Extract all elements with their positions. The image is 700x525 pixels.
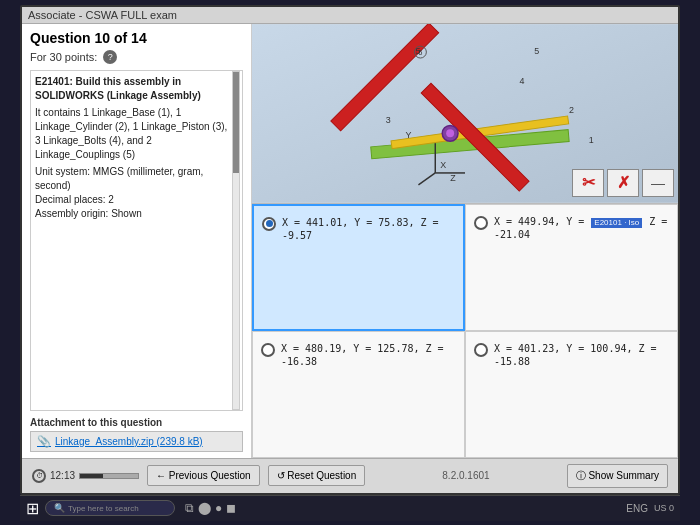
svg-point-20: [446, 129, 454, 137]
search-icon: 🔍: [54, 503, 65, 513]
answer-option-c[interactable]: X = 480.19, Y = 125.78, Z = -16.38: [252, 331, 465, 458]
radio-c[interactable]: [261, 343, 275, 357]
svg-text:1: 1: [589, 135, 594, 145]
windows-btn[interactable]: ⊞: [26, 499, 39, 518]
taskbar-time: US 0: [654, 503, 674, 513]
answer-grid: X = 441.01, Y = 75.83, Z = -9.57 X = 449…: [252, 204, 678, 458]
version-text: 8.2.0.1601: [373, 470, 558, 481]
action-btn-scissors[interactable]: ✂: [572, 169, 604, 197]
question-line-3: Unit system: MMGS (millimeter, gram, sec…: [35, 165, 228, 193]
e-indicator: E20101 · Iso: [591, 218, 642, 228]
chrome-icon[interactable]: ⬤: [198, 501, 211, 515]
radio-d[interactable]: [474, 343, 488, 357]
right-panel: X Y Z: [252, 24, 678, 458]
answer-text-d: X = 401.23, Y = 100.94, Z = -15.88: [494, 342, 669, 368]
time-progress-fill: [80, 474, 103, 478]
question-header: Question 10 of 14: [30, 30, 243, 46]
points-text: For 30 points:: [30, 51, 97, 63]
answer-text-c: X = 480.19, Y = 125.78, Z = -16.38: [281, 342, 456, 368]
paperclip-icon: 📎: [37, 435, 51, 448]
svg-text:Z: Z: [450, 172, 456, 182]
taskbar: ⊞ 🔍 Type here to search ⧉ ⬤ ● ◼ ENG US 0: [20, 495, 680, 521]
radio-a[interactable]: [262, 217, 276, 231]
action-btn-dash[interactable]: —: [642, 169, 674, 197]
task-view-icon[interactable]: ⧉: [185, 501, 194, 515]
attachment-filename[interactable]: Linkage_Assembly.zip (239.8 kB): [55, 436, 203, 447]
question-line-1: E21401: Build this assembly in SOLIDWORK…: [35, 75, 228, 103]
question-line-4: Decimal places: 2: [35, 193, 228, 207]
model-area: X Y Z: [252, 24, 678, 204]
taskbar-lang: ENG: [626, 503, 648, 514]
answer-option-a[interactable]: X = 441.01, Y = 75.83, Z = -9.57: [252, 204, 465, 331]
title-bar: Associate - CSWA FULL exam: [22, 7, 678, 24]
answer-option-b[interactable]: X = 449.94, Y = E20101 · Iso Z = -21.04: [465, 204, 678, 331]
main-content: Question 10 of 14 For 30 points: ? E2140…: [22, 24, 678, 458]
clock-icon: ⏱: [32, 469, 46, 483]
svg-text:5: 5: [534, 46, 539, 56]
reset-question-btn[interactable]: ↺ Reset Question: [268, 465, 366, 486]
taskbar-right: ENG US 0: [626, 503, 674, 514]
attachment-label: Attachment to this question: [30, 417, 243, 428]
search-bar[interactable]: 🔍 Type here to search: [45, 500, 175, 516]
app-icon-1[interactable]: ●: [215, 501, 222, 515]
question-line-5: Assembly origin: Shown: [35, 207, 228, 221]
clock-time: 12:13: [50, 470, 75, 481]
svg-text:3: 3: [386, 115, 391, 125]
help-icon[interactable]: ?: [103, 50, 117, 64]
taskbar-apps: ⧉ ⬤ ● ◼: [185, 501, 236, 515]
attachment-link[interactable]: 📎 Linkage_Assembly.zip (239.8 kB): [30, 431, 243, 452]
svg-text:5: 5: [418, 49, 422, 56]
answer-text-a: X = 441.01, Y = 75.83, Z = -9.57: [282, 216, 455, 242]
title-text: Associate - CSWA FULL exam: [28, 9, 177, 21]
answer-option-d[interactable]: X = 401.23, Y = 100.94, Z = -15.88: [465, 331, 678, 458]
question-line-2: It contains 1 Linkage_Base (1), 1 Linkag…: [35, 106, 228, 162]
svg-text:4: 4: [519, 75, 524, 85]
scroll-indicator[interactable]: [232, 71, 240, 410]
action-btn-cross[interactable]: ✗: [607, 169, 639, 197]
app-icon-2[interactable]: ◼: [226, 501, 236, 515]
svg-text:2: 2: [569, 105, 574, 115]
show-summary-btn[interactable]: ⓘ Show Summary: [567, 464, 668, 488]
bottom-bar: ⏱ 12:13 ← Previous Question ↺ Reset Ques…: [22, 458, 678, 493]
radio-b[interactable]: [474, 216, 488, 230]
left-panel: Question 10 of 14 For 30 points: ? E2140…: [22, 24, 252, 458]
question-text-box: E21401: Build this assembly in SOLIDWORK…: [30, 70, 243, 411]
time-progress: [79, 473, 139, 479]
screen: Associate - CSWA FULL exam Question 10 o…: [20, 5, 680, 495]
search-placeholder: Type here to search: [68, 504, 139, 513]
clock-area: ⏱ 12:13: [32, 469, 139, 483]
svg-text:X: X: [440, 159, 446, 169]
points-row: For 30 points: ?: [30, 50, 243, 64]
action-buttons: ✂ ✗ —: [572, 169, 674, 197]
answer-text-b: X = 449.94, Y = E20101 · Iso Z = -21.04: [494, 215, 669, 241]
prev-question-btn[interactable]: ← Previous Question: [147, 465, 260, 486]
